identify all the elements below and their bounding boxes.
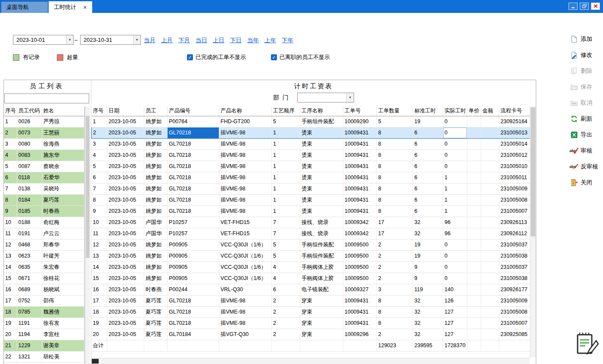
wage-column-header: 实际工时 [443,106,467,116]
scrollbar-thumb[interactable] [86,116,90,258]
wage-row[interactable]: 32023-10-05姚梦如GL70218插VME-981烫束100094318… [92,138,531,149]
employee-row[interactable]: 201194李宣柱 [4,329,84,340]
wage-cell: 烫束 [300,194,343,205]
wage-row[interactable]: 122023-10-05姚梦如P00905VCC-Q30JI（1/6）5手柄组件… [92,239,531,250]
notepad-icon[interactable] [575,331,599,357]
employee-row[interactable]: 120468郑春华 [4,239,84,250]
employee-row[interactable]: 80184夏巧莲 [4,194,84,205]
wage-vertical-scrollbar[interactable] [530,106,536,358]
employee-row[interactable]: 90185时春燕 [4,205,84,217]
wage-row[interactable]: 142023-10-05姚梦如P00905VCC-Q30JI（1/6）4手柄阀体… [92,261,531,273]
employee-code-cell: 0087 [17,161,42,172]
wage-row[interactable]: 92023-10-05姚梦如GL70218插VME-981烫束100094318… [92,205,531,217]
employee-row[interactable]: 20073王慧丽 [4,127,84,138]
department-row: 部门 ▼ [91,93,536,103]
quick-link-7[interactable]: 当年 [247,37,259,44]
employee-row[interactable]: 140635朱宏春 [4,261,84,273]
quick-link-4[interactable]: 当日 [196,37,207,44]
add-button[interactable]: 添加 [569,34,603,45]
close-button[interactable] [591,3,600,10]
chevron-down-icon[interactable]: ▼ [346,93,354,102]
quick-link-1[interactable]: 当月 [144,37,155,44]
wage-cell [467,295,481,306]
wage-row[interactable]: 132023-10-05姚梦如P00905VCC-Q30JI（1/6）5手柄组件… [92,250,531,261]
employee-name-cell: 李宣柱 [42,329,84,340]
quick-link-9[interactable]: 下年 [282,37,293,44]
wage-row[interactable]: 102023-10-05卢国华P10257VET-FHD157接线、烧录1000… [92,217,531,228]
employee-row[interactable]: 50087蔡晓余 [4,161,84,172]
filter-checkbox-1[interactable]: ✓已完成的工单不显示 [187,53,246,61]
quick-link-2[interactable]: 上月 [161,37,173,44]
employee-row[interactable]: 110191卢云云 [4,228,84,239]
restore-button[interactable] [580,3,589,10]
checkbox-icon[interactable]: ✓ [271,54,277,60]
employee-row[interactable]: 70138吴晓玲 [4,183,84,194]
wage-row[interactable]: 12023-10-05姚梦如P00764FHD-GT2005手柄组件装配1000… [92,116,531,127]
tab-work-hours[interactable]: 工时统计 × [49,1,92,13]
wage-row[interactable]: 162023-10-05时春燕P00244VRL-Q306电子镜装配100093… [92,284,531,295]
scrollbar-thumb[interactable] [531,107,535,236]
employee-no-cell: 18 [4,306,17,317]
employee-row[interactable]: 180785魏雅倩 [4,306,84,317]
wage-row[interactable]: 42023-10-05姚梦如GL70218插VME-981烫束100094318… [92,149,531,161]
quick-link-3[interactable]: 下月 [178,37,190,44]
refresh-button[interactable]: 刷新 [569,113,603,124]
wage-cell [467,329,481,340]
wage-cell: 9 [413,261,443,273]
wage-row[interactable]: 192023-10-05夏巧莲GL70218插VME-982穿束10009431… [92,317,531,329]
wage-row[interactable]: 182023-10-05夏巧莲GL70218插VME-982穿束10009431… [92,306,531,317]
unaudit-button[interactable]: abc反审核 [569,161,603,172]
wage-row[interactable]: 112023-10-05卢国华P10257VET-FHD157接线、烧录1000… [92,228,531,239]
wage-row[interactable]: 72023-10-05姚梦如GL70218插VME-981烫束100094318… [92,183,531,194]
wage-cell: VET-FHD15 [219,228,272,239]
employee-row[interactable]: 191191徐有发 [4,317,84,329]
employee-row[interactable]: 221321胡松美 [4,351,84,362]
employee-row[interactable]: 130623叶建芳 [4,250,84,261]
employee-no-cell: 7 [4,183,17,194]
export-button[interactable]: 导出 [569,129,603,140]
wage-row[interactable]: 152023-10-05姚梦如P00905VCC-Q30JI（1/6）4手柄阀体… [92,273,531,284]
quick-link-5[interactable]: 上日 [213,37,224,44]
wage-row[interactable]: 22023-10-05姚梦如GL70218插VME-981烫束100094318… [92,127,531,138]
quick-link-6[interactable]: 下日 [230,37,242,44]
close-button[interactable]: 关闭 [569,177,603,188]
filter-checkbox-2[interactable]: ✓已离职的员工不显示 [271,53,330,61]
wage-row[interactable]: 82023-10-05姚梦如GL70218插VME-981烫束100094318… [92,194,531,205]
date-to-input[interactable]: 2023-10-31 ▼ [80,35,141,45]
employee-row[interactable]: 150671徐桂花 [4,273,84,284]
employee-scrollbar[interactable] [85,106,90,364]
wage-row[interactable]: 52023-10-05姚梦如GL70218插VME-981烫束100094318… [92,161,531,172]
wage-row[interactable]: 62023-10-05姚梦如GL70218插VME-981烫束100094318… [92,172,531,183]
tab-desktop-nav[interactable]: 桌面导航 [1,1,48,13]
employee-row[interactable]: 170752邵伟 [4,295,84,306]
wage-row[interactable]: 202023-10-05夏巧莲GL70184插VGT-Q302穿束1000929… [92,329,531,340]
wage-cell: 姚梦如 [144,149,168,161]
employee-row[interactable]: 100188俞红梅 [4,217,84,228]
wage-horizontal-scrollbar[interactable] [91,358,530,364]
minimize-button[interactable] [569,3,578,10]
wage-cell: 13 [92,250,107,261]
chevron-down-icon[interactable]: ▼ [133,35,140,44]
checkbox-icon[interactable]: ✓ [187,54,193,60]
chevron-down-icon[interactable]: ▼ [66,35,73,44]
date-from-input[interactable]: 2023-10-01 ▼ [13,35,74,45]
employee-row[interactable]: 211229谢美章 [4,340,84,351]
employee-row[interactable]: 60118石爱华 [4,172,84,183]
wage-cell: VET-FHD15 [219,217,272,228]
department-select[interactable]: ▼ [297,93,354,103]
employee-row[interactable]: 160689杨晓斌 [4,284,84,295]
employee-row[interactable]: 30080徐海燕 [4,138,84,149]
wage-cell: 姚梦如 [144,205,168,217]
scrollbar-thumb[interactable] [92,359,99,364]
audit-button[interactable]: abc审核 [569,145,603,156]
employee-search-input[interactable] [4,93,89,103]
employee-row[interactable]: 40083施东华 [4,149,84,161]
wage-cell: 2023-10-05 [107,239,144,250]
department-label: 部门 [273,94,292,102]
employee-row[interactable]: 10026严秀琼 [4,116,84,127]
wage-cell: 插VME-98 [219,138,272,149]
quick-link-8[interactable]: 上年 [264,37,276,44]
modify-button[interactable]: 修改 [569,50,603,61]
wage-row[interactable]: 172023-10-05夏巧莲GL70218插VME-982穿束10009431… [92,295,531,306]
tab-close-icon[interactable]: × [83,4,87,10]
